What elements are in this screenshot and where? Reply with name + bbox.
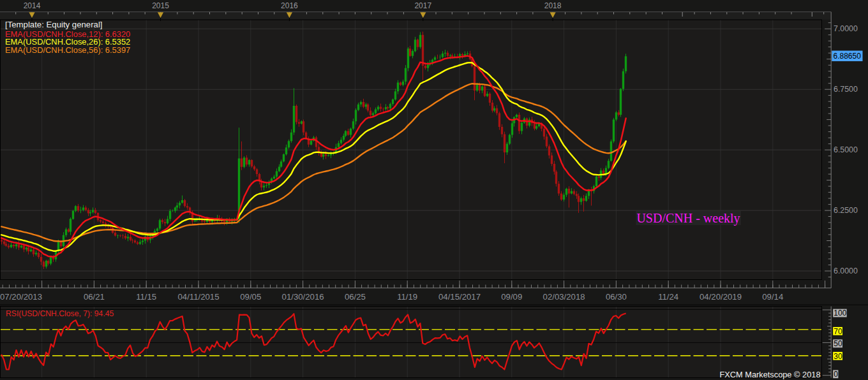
svg-text:2017: 2017	[414, 1, 431, 10]
svg-text:11/24: 11/24	[658, 292, 678, 302]
svg-text:11/15: 11/15	[136, 292, 156, 302]
svg-text:2015: 2015	[152, 1, 169, 10]
svg-text:6.7500: 6.7500	[834, 85, 858, 94]
svg-text:50: 50	[834, 339, 842, 348]
svg-text:02/03/2018: 02/03/2018	[543, 292, 585, 302]
svg-text:6.5000: 6.5000	[834, 145, 858, 154]
svg-text:6.2500: 6.2500	[834, 206, 858, 215]
svg-text:100: 100	[834, 309, 846, 318]
svg-text:06/21: 06/21	[84, 292, 105, 302]
svg-text:06/30: 06/30	[606, 292, 627, 302]
svg-text:11/19: 11/19	[397, 292, 417, 302]
svg-text:09/05: 09/05	[240, 292, 261, 302]
svg-text:FXCM Marketscope © 2018: FXCM Marketscope © 2018	[719, 370, 820, 379]
svg-text:USD/CNH - weekly: USD/CNH - weekly	[636, 211, 740, 226]
svg-text:04/15/2017: 04/15/2017	[438, 292, 481, 302]
svg-text:6.0000: 6.0000	[834, 267, 858, 275]
svg-text:70: 70	[834, 327, 842, 336]
svg-text:06/25: 06/25	[345, 292, 366, 302]
svg-text:01/30/2016: 01/30/2016	[282, 292, 324, 302]
svg-text:07/20/2013: 07/20/2013	[0, 292, 42, 302]
svg-text:04/11/2015: 04/11/2015	[177, 292, 219, 302]
svg-text:EMA(USD/CNH.Close,56): 6.5397: EMA(USD/CNH.Close,56): 6.5397	[5, 45, 130, 55]
svg-text:2016: 2016	[281, 1, 298, 10]
svg-text:7.0000: 7.0000	[834, 24, 858, 33]
svg-text:[Template: Equity general]: [Template: Equity general]	[5, 20, 102, 29]
svg-text:09/14: 09/14	[762, 292, 783, 302]
svg-text:2018: 2018	[544, 1, 562, 10]
svg-text:6.88650: 6.88650	[834, 52, 862, 61]
svg-text:09/09: 09/09	[501, 292, 522, 302]
svg-text:2014: 2014	[24, 1, 41, 10]
svg-text:RSI(USD/CNH.Close, 7): 94.45: RSI(USD/CNH.Close, 7): 94.45	[6, 309, 114, 318]
svg-text:30: 30	[834, 352, 842, 361]
svg-text:0: 0	[834, 370, 838, 379]
svg-text:04/20/2019: 04/20/2019	[700, 292, 742, 302]
